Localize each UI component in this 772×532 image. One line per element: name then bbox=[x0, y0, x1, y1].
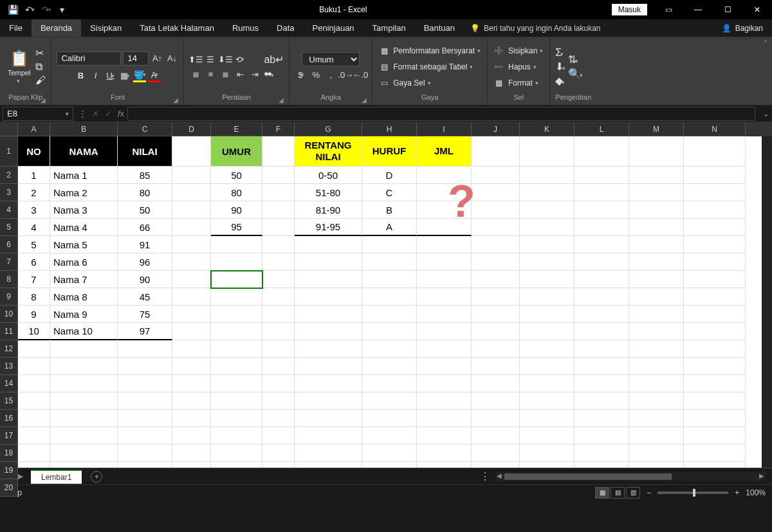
cell[interactable]: 4 bbox=[18, 219, 50, 236]
column-header[interactable]: F bbox=[262, 122, 295, 136]
page-layout-view-icon[interactable]: ▤ bbox=[611, 487, 625, 499]
cancel-formula-icon[interactable]: ✕ bbox=[89, 109, 102, 118]
cell[interactable]: Nama 6 bbox=[50, 253, 118, 271]
cell[interactable]: Nama 9 bbox=[50, 306, 118, 323]
fill-color-icon[interactable]: 🪣▾ bbox=[133, 69, 146, 82]
column-header[interactable]: K bbox=[520, 122, 574, 136]
clear-icon[interactable]: ◆▾ bbox=[555, 75, 565, 87]
row-header[interactable]: 17 bbox=[0, 427, 18, 445]
cell[interactable]: NAMA bbox=[50, 136, 118, 167]
row-header[interactable]: 14 bbox=[0, 375, 18, 392]
expand-formula-bar-icon[interactable]: ⌄ bbox=[759, 109, 772, 118]
currency-icon[interactable]: $▾ bbox=[295, 68, 308, 81]
cell[interactable]: Nama 7 bbox=[50, 271, 118, 288]
scrollbar-thumb[interactable] bbox=[504, 473, 672, 480]
column-header[interactable]: D bbox=[172, 122, 211, 136]
tab-bantuan[interactable]: Bantuan bbox=[415, 19, 464, 37]
tab-peninjauan[interactable]: Peninjauan bbox=[304, 19, 363, 37]
font-color-icon[interactable]: A▾ bbox=[148, 69, 161, 82]
tab-sisipkan[interactable]: Sisipkan bbox=[81, 19, 131, 37]
cell[interactable]: JML bbox=[417, 136, 472, 167]
cell[interactable]: B bbox=[362, 201, 417, 219]
indent-increase-icon[interactable]: ⇥ bbox=[248, 68, 261, 80]
cell[interactable]: Nama 10 bbox=[50, 323, 118, 340]
cell[interactable]: 85 bbox=[118, 167, 172, 184]
cell[interactable]: 80 bbox=[211, 184, 262, 201]
next-sheet-icon[interactable]: ▶ bbox=[18, 472, 23, 481]
comma-icon[interactable]: , bbox=[324, 68, 337, 81]
share-button[interactable]: Bagikan bbox=[735, 24, 763, 33]
italic-icon[interactable]: I bbox=[89, 69, 102, 82]
row-header[interactable]: 4 bbox=[0, 201, 18, 219]
cell[interactable]: 9 bbox=[18, 306, 50, 323]
cell[interactable]: 1 bbox=[18, 167, 50, 184]
undo-icon[interactable]: ↶▾ bbox=[23, 3, 36, 16]
sheet-tab-1[interactable]: Lembar1 bbox=[31, 470, 82, 484]
column-header[interactable]: E bbox=[211, 122, 262, 136]
underline-icon[interactable]: U▾ bbox=[104, 69, 116, 82]
cell[interactable]: 90 bbox=[118, 271, 172, 288]
cell[interactable]: 96 bbox=[118, 253, 172, 271]
column-header[interactable]: H bbox=[362, 122, 417, 136]
cell[interactable]: NILAI bbox=[118, 136, 172, 167]
orientation-icon[interactable]: ⟲▾ bbox=[234, 53, 246, 66]
redo-icon[interactable]: ↷▾ bbox=[40, 3, 53, 16]
row-header[interactable]: 1 bbox=[0, 136, 18, 167]
column-header[interactable]: A bbox=[18, 122, 50, 136]
tab-tampilan[interactable]: Tampilan bbox=[363, 19, 415, 37]
column-headers[interactable]: ABCDEFGHIJKLMN bbox=[18, 122, 762, 136]
add-sheet-icon[interactable]: + bbox=[91, 471, 102, 482]
row-header[interactable]: 5 bbox=[0, 219, 18, 236]
decrease-decimal-icon[interactable]: ←.0 bbox=[354, 68, 367, 81]
dialog-launcher-icon[interactable]: ◢ bbox=[173, 96, 178, 104]
cells-area[interactable]: ? NONAMANILAIUMURRENTANGNILAIHURUFJML1Na… bbox=[18, 136, 762, 468]
percent-icon[interactable]: % bbox=[309, 68, 322, 81]
horizontal-scrollbar[interactable]: ◀ ▶ bbox=[495, 472, 766, 481]
font-name-select[interactable] bbox=[57, 51, 121, 66]
cell[interactable]: D bbox=[362, 167, 417, 184]
cell[interactable]: 91 bbox=[118, 236, 172, 253]
row-header[interactable]: 15 bbox=[0, 392, 18, 410]
cond-format-button[interactable]: ▦Pemformatan Bersyarat▾ bbox=[378, 44, 482, 58]
number-format-select[interactable]: Umum bbox=[302, 52, 360, 66]
signin-button[interactable]: Masuk bbox=[612, 4, 647, 15]
cell[interactable]: 90 bbox=[211, 201, 262, 219]
borders-icon[interactable]: ▦▾ bbox=[118, 69, 131, 82]
cell[interactable]: 50 bbox=[118, 201, 172, 219]
row-header[interactable]: 9 bbox=[0, 288, 18, 306]
row-header[interactable]: 10 bbox=[0, 306, 18, 323]
column-header[interactable]: I bbox=[417, 122, 472, 136]
zoom-slider[interactable] bbox=[657, 491, 728, 494]
delete-cells-button[interactable]: ➖Hapus▾ bbox=[493, 60, 538, 74]
cell[interactable]: Nama 3 bbox=[50, 201, 118, 219]
align-top-icon[interactable]: ⬆☰ bbox=[189, 53, 202, 66]
column-header[interactable]: M bbox=[629, 122, 684, 136]
insert-cells-button[interactable]: ➕Sisipkan▾ bbox=[493, 44, 544, 58]
tab-data[interactable]: Data bbox=[268, 19, 303, 37]
autosum-icon[interactable]: Σ▾ bbox=[555, 47, 565, 59]
fill-icon[interactable]: ⬇▾ bbox=[555, 60, 565, 73]
cell[interactable]: 7 bbox=[18, 271, 50, 288]
zoom-in-icon[interactable]: + bbox=[735, 488, 739, 497]
column-header[interactable]: G bbox=[295, 122, 362, 136]
column-header[interactable]: J bbox=[472, 122, 520, 136]
row-header[interactable]: 2 bbox=[0, 167, 18, 184]
cell[interactable]: 75 bbox=[118, 306, 172, 323]
cell[interactable]: 50 bbox=[211, 167, 262, 184]
row-header[interactable]: 8 bbox=[0, 271, 18, 288]
row-header[interactable]: 12 bbox=[0, 340, 18, 358]
dialog-launcher-icon[interactable]: ◢ bbox=[362, 96, 367, 104]
row-header[interactable]: 19 bbox=[0, 462, 18, 479]
close-icon[interactable]: ✕ bbox=[742, 0, 772, 19]
format-cells-button[interactable]: ▦Format▾ bbox=[493, 76, 540, 90]
cell[interactable]: Nama 5 bbox=[50, 236, 118, 253]
dialog-launcher-icon[interactable]: ◢ bbox=[41, 96, 46, 104]
page-break-view-icon[interactable]: ▥ bbox=[626, 487, 640, 499]
qat-customize-icon[interactable]: ▾ bbox=[55, 3, 68, 16]
format-table-button[interactable]: ▤Format sebagai Tabel▾ bbox=[378, 60, 474, 74]
cell[interactable]: Nama 1 bbox=[50, 167, 118, 184]
row-header[interactable]: 18 bbox=[0, 445, 18, 462]
ribbon-display-icon[interactable]: ▭ bbox=[654, 0, 683, 19]
cell-styles-button[interactable]: ▭Gaya Sel▾ bbox=[378, 76, 432, 90]
row-header[interactable]: 11 bbox=[0, 323, 18, 340]
